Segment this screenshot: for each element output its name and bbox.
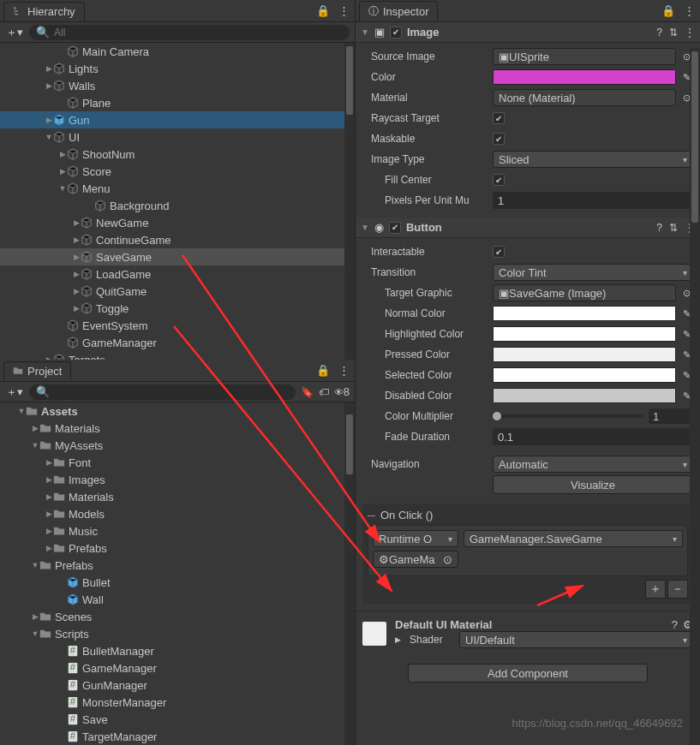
tree-row[interactable]: ▶Images [0, 471, 355, 488]
hidden-icon[interactable]: 👁8 [334, 385, 350, 398]
preset-icon[interactable]: ⇅ [669, 27, 678, 39]
lock-icon[interactable]: 🔒 [662, 4, 674, 17]
lock-icon[interactable]: 🔒 [317, 364, 329, 377]
expand-arrow-icon[interactable]: ▶ [45, 81, 53, 90]
tree-row[interactable]: ▼MyAssets [0, 437, 355, 454]
tree-row[interactable]: Background [0, 197, 355, 214]
tree-row[interactable]: #BulletManager [0, 642, 355, 659]
fade-field[interactable]: 0.1 [493, 428, 693, 445]
tree-row[interactable]: Main Camera [0, 43, 355, 60]
tree-row[interactable]: ▶Music [0, 522, 355, 539]
project-tree[interactable]: ▼Assets▶Materials▼MyAssets▶Font▶Images▶M… [0, 402, 355, 745]
tree-row[interactable]: ▼Menu [0, 180, 355, 197]
tree-row[interactable]: ▶Lights [0, 60, 355, 77]
tree-row[interactable]: ▶Gun [0, 111, 355, 128]
tree-row[interactable]: ▶Prefabs [0, 539, 355, 557]
fold-icon[interactable]: ▼ [361, 223, 369, 232]
selected-color[interactable] [493, 367, 676, 383]
expand-arrow-icon[interactable]: ▶ [45, 544, 53, 552]
expand-arrow-icon[interactable]: ▼ [31, 561, 39, 569]
tree-row[interactable]: ▶NewGame [0, 214, 355, 231]
ppu-field[interactable]: 1 [493, 192, 693, 209]
raycast-checkbox[interactable] [493, 112, 505, 124]
expand-arrow-icon[interactable]: ▶ [45, 116, 53, 124]
expand-arrow-icon[interactable]: ▼ [58, 184, 67, 193]
fold-icon[interactable]: ▶ [395, 635, 401, 644]
project-tab[interactable]: Project [3, 361, 71, 380]
menu-icon[interactable]: ⋮ [683, 4, 695, 17]
scrollbar[interactable] [344, 402, 355, 745]
tree-row[interactable]: #TargetManager [0, 728, 355, 745]
expand-arrow-icon[interactable]: ▶ [58, 150, 67, 158]
add-event-button[interactable]: ＋ [645, 580, 666, 599]
tree-row[interactable]: ▶LoadGame [0, 265, 355, 283]
image-type-dropdown[interactable]: Sliced [493, 151, 693, 168]
help-icon[interactable]: ? [672, 618, 678, 631]
tree-row[interactable]: #GameManager [0, 659, 355, 676]
tree-row[interactable]: Bullet [0, 574, 355, 591]
project-search[interactable]: 🔍 [29, 384, 296, 400]
target-field[interactable]: ▣SaveGame (Image) [493, 284, 676, 301]
image-component-header[interactable]: ▼ ▣ Image ?⇅⋮ [356, 22, 700, 43]
hierarchy-tree[interactable]: Main Camera▶Lights▶WallsPlane▶Gun▼UI▶Sho… [0, 43, 355, 360]
enable-checkbox[interactable] [389, 222, 401, 234]
tree-row[interactable]: ▼Scripts [0, 625, 355, 642]
normal-color[interactable] [493, 306, 676, 321]
tree-row[interactable]: ▶Scenes [0, 608, 355, 625]
pressed-color[interactable] [493, 347, 676, 362]
button-component-header[interactable]: ▼ ◉ Button ?⇅⋮ [356, 218, 700, 238]
tree-row[interactable]: ▼UI [0, 128, 355, 146]
expand-arrow-icon[interactable]: ▼ [31, 441, 39, 450]
filter-icon[interactable]: 🔖 [301, 386, 314, 398]
expand-arrow-icon[interactable]: ▶ [72, 304, 81, 313]
maskable-checkbox[interactable] [493, 133, 505, 145]
expand-arrow-icon[interactable]: ▶ [72, 253, 81, 261]
menu-icon[interactable]: ⋮ [338, 4, 350, 17]
expand-arrow-icon[interactable]: ▶ [45, 510, 53, 518]
runtime-dropdown[interactable]: Runtime O [373, 530, 458, 547]
disabled-color[interactable] [493, 388, 676, 403]
expand-arrow-icon[interactable]: ▶ [72, 270, 81, 278]
inspector-tab[interactable]: ⓘ Inspector [359, 1, 438, 21]
expand-arrow-icon[interactable]: ▶ [45, 64, 53, 73]
fold-icon[interactable]: — [368, 511, 375, 520]
tree-row[interactable]: ▶Models [0, 505, 355, 522]
tag-icon[interactable]: 🏷 [319, 386, 329, 398]
tree-row[interactable]: #GunManager [0, 676, 355, 694]
shader-dropdown[interactable]: UI/Default [459, 631, 693, 648]
tree-row[interactable]: ▼Prefabs [0, 557, 355, 574]
tree-row[interactable]: EventSystem [0, 317, 355, 334]
expand-arrow-icon[interactable]: ▶ [72, 218, 81, 227]
preset-icon[interactable]: ⇅ [669, 222, 678, 234]
transition-dropdown[interactable]: Color Tint [493, 264, 693, 281]
add-component-button[interactable]: Add Component [408, 664, 648, 682]
scrollbar[interactable] [690, 48, 700, 745]
nav-dropdown[interactable]: Automatic [493, 456, 693, 473]
tree-row[interactable]: ▶QuitGame [0, 283, 355, 300]
tree-row[interactable]: ▶Score [0, 163, 355, 180]
tree-row[interactable]: ▶ShootNum [0, 146, 355, 163]
tree-row[interactable]: #MonsterManager [0, 694, 355, 711]
menu-icon[interactable]: ⋮ [338, 364, 350, 377]
tree-row[interactable]: Plane [0, 94, 355, 111]
expand-arrow-icon[interactable]: ▶ [58, 167, 67, 176]
hierarchy-tab[interactable]: Hierarchy [3, 2, 85, 21]
interactable-checkbox[interactable] [493, 246, 505, 258]
tree-row[interactable]: Wall [0, 591, 355, 608]
multiplier-value[interactable]: 1 [649, 408, 693, 424]
tree-row[interactable]: GameManager [0, 334, 355, 351]
menu-icon[interactable]: ⋮ [685, 27, 695, 39]
tree-row[interactable]: ▼Assets [0, 402, 355, 420]
lock-icon[interactable]: 🔒 [317, 4, 329, 17]
tree-row[interactable]: ▶Font [0, 454, 355, 471]
material-field[interactable]: None (Material) [493, 89, 676, 106]
help-icon[interactable]: ? [656, 222, 662, 234]
tree-row[interactable]: ▶Toggle [0, 300, 355, 317]
highlighted-color[interactable] [493, 326, 676, 342]
tree-row[interactable]: #Save [0, 711, 355, 728]
hierarchy-search-input[interactable] [54, 27, 343, 39]
visualize-button[interactable]: Visualize [493, 475, 693, 494]
project-search-input[interactable] [54, 386, 289, 398]
tree-row[interactable]: ▶SaveGame [0, 248, 355, 265]
color-field[interactable] [493, 69, 676, 85]
